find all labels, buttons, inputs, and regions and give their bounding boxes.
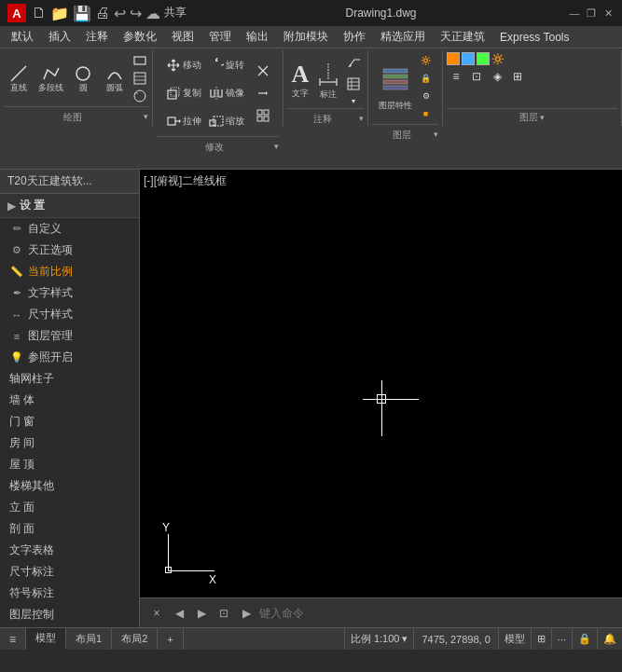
sidebar-item-options[interactable]: ⚙ 天正选项 [0,240,139,261]
annot-dropdown-icon[interactable]: ▾ [359,114,364,123]
menu-item-view[interactable]: 视图 [164,27,201,47]
sidebar-item-tools[interactable]: 工 具 [0,625,139,627]
notification-button[interactable]: 🔔 [597,628,622,650]
menu-item-default[interactable]: 默认 [4,27,41,47]
array-tool[interactable] [253,105,273,126]
model-indicator[interactable]: 模型 [498,628,531,650]
redo-icon[interactable]: ↪ [130,5,142,22]
cloud-icon[interactable]: ☁ [145,5,160,22]
save-icon[interactable]: 💾 [73,5,91,22]
sidebar-item-roof[interactable]: 屋 顶 [0,454,139,475]
layer-properties-tool[interactable]: 图层特性 [376,62,415,114]
layer-dropdown2[interactable]: 🔒 [417,70,435,87]
settings-header[interactable]: ▶ 设 置 [0,194,139,218]
command-arrow-icon[interactable]: ▶ [237,604,256,623]
lock-button[interactable]: 🔒 [572,628,597,650]
layers-dropdown2[interactable]: ▾ [540,113,545,122]
text-tool[interactable]: A 文字 [287,53,313,105]
layers-dropdown-icon[interactable]: ▾ [434,130,438,139]
close-button[interactable]: ✕ [601,7,615,20]
prop-btn1[interactable]: ≡ [447,67,465,86]
sidebar-item-text-table[interactable]: 文字表格 [0,540,139,561]
polyline-tool[interactable]: 多段线 [35,52,66,104]
sidebar-item-text-style[interactable]: ✒ 文字样式 [0,282,139,304]
prev-command-icon[interactable]: ◀ [170,604,188,623]
rotate-tool[interactable]: 旋转 [206,52,247,78]
circle-tool[interactable]: 圆 [68,52,98,104]
model-tab[interactable]: ≡ [0,628,26,650]
close-command-icon[interactable]: × [147,604,166,623]
next-command-icon[interactable]: ▶ [192,604,211,623]
menu-item-tianzheng[interactable]: 天正建筑 [433,27,492,47]
tab-layout2[interactable]: 布局2 [112,628,158,650]
menu-item-featured[interactable]: 精选应用 [373,27,433,47]
prop-btn3[interactable]: ◈ [488,67,506,86]
prop-btn4[interactable]: ⊞ [508,67,527,86]
print-icon[interactable]: 🖨 [95,5,110,22]
scale-dropdown-icon[interactable]: ▾ [402,633,408,645]
menu-item-parametric[interactable]: 参数化 [116,27,164,47]
layer-dropdown4[interactable]: ■ [417,105,435,122]
menu-item-manage[interactable]: 管理 [201,27,239,47]
sidebar-item-door-window[interactable]: 门 窗 [0,411,139,432]
minimize-button[interactable]: — [568,7,581,20]
draw-dropdown-icon[interactable]: ▾ [144,112,148,121]
annot-dropdown[interactable]: ▾ [343,95,364,106]
stretch-tool[interactable]: 拉伸 [163,108,204,134]
menu-item-addons[interactable]: 附加模块 [276,27,336,47]
menu-item-annotate[interactable]: 注释 [78,27,116,47]
open-icon[interactable]: 📁 [50,5,69,22]
sidebar-item-wall[interactable]: 墙 体 [0,390,139,411]
mirror-tool[interactable]: 镜像 [206,80,247,106]
hatch-tool[interactable] [131,70,148,87]
sidebar-item-section[interactable]: 剖 面 [0,518,139,540]
quick-access-toolbar[interactable]: 🗋 📁 💾 🖨 ↩ ↪ ☁ 共享 [32,5,187,22]
color-swatch3[interactable] [477,52,490,65]
restore-button[interactable]: ❐ [585,7,598,20]
sidebar-item-scale[interactable]: 📏 当前比例 [0,261,139,282]
sidebar-item-dim-style[interactable]: ↔ 尺寸样式 [0,304,139,325]
prop-btn2[interactable]: ⊡ [467,67,486,86]
sidebar-item-elevation[interactable]: 立 面 [0,497,139,518]
add-layout-button[interactable]: + [158,628,183,650]
sidebar-item-dim-annotation[interactable]: 尺寸标注 [0,561,139,583]
menu-item-output[interactable]: 输出 [239,27,276,47]
trim-tool[interactable] [253,61,273,81]
copy-tool[interactable]: 复制 [163,80,204,106]
leader-tool[interactable] [343,52,364,73]
color-swatch2[interactable] [462,52,475,65]
line-tool[interactable]: 直线 [4,52,34,104]
new-icon[interactable]: 🗋 [32,5,47,22]
sidebar-item-room[interactable]: 房 间 [0,432,139,454]
tab-layout1[interactable]: 布局1 [66,628,112,650]
sidebar-item-layer-manager[interactable]: ≡ 图层管理 [0,325,139,347]
table-tool[interactable] [343,74,364,94]
menu-item-collaborate[interactable]: 协作 [336,27,373,47]
sidebar-item-grid[interactable]: 轴网柱子 [0,368,139,390]
scale-tool[interactable]: 缩放 [206,108,247,134]
modify-dropdown-icon[interactable]: ▾ [274,142,279,151]
gradient-tool[interactable] [131,88,148,104]
scale-display[interactable]: 比例 1:100 ▾ [344,628,414,650]
sidebar-item-ref-open[interactable]: 💡 参照开启 [0,347,139,368]
rectangle-tool[interactable] [131,52,148,69]
sidebar-item-symbol[interactable]: 符号标注 [0,583,139,604]
move-tool[interactable]: 移动 [163,52,204,78]
command-options-icon[interactable]: ⊡ [214,604,233,623]
layer-dropdown1[interactable]: 🔆 [417,52,435,69]
command-input[interactable] [259,607,615,620]
layer-dropdown3[interactable]: ⚙ [417,88,435,104]
tab-model[interactable]: 模型 [26,628,66,650]
window-controls[interactable]: — ❐ ✕ [568,7,615,20]
undo-icon[interactable]: ↩ [114,5,126,22]
arc-tool[interactable]: 圆弧 [100,52,130,104]
color-swatch[interactable] [447,52,460,65]
menu-item-express-tools[interactable]: Express Tools [492,29,576,46]
extend-tool[interactable] [253,83,273,103]
canvas-area[interactable]: [-][俯视]二维线框 Y X × ◀ ▶ ⊡ ▶ [140,170,622,627]
menu-item-insert[interactable]: 插入 [41,27,78,47]
grid-button[interactable]: ⊞ [531,628,551,650]
sidebar-item-customize[interactable]: ✏ 自定义 [0,218,139,240]
more-options-button[interactable]: ··· [551,628,572,650]
sidebar-item-layer-control[interactable]: 图层控制 [0,604,139,625]
